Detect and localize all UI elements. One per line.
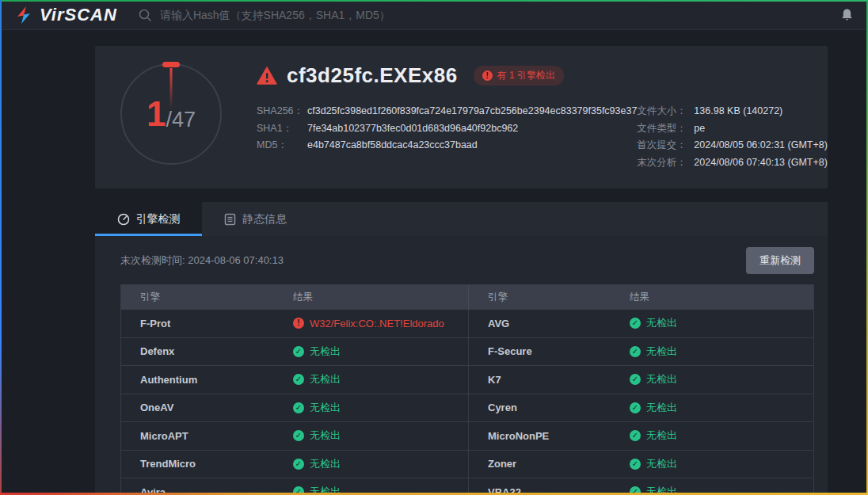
page-content: 1 /47 cf3d25fc.EXEx86 ! 有 1 引擎检出 — [0, 30, 868, 495]
tab-engine-detection[interactable]: 引擎检测 — [95, 202, 202, 236]
engine-name: Cyren — [468, 394, 611, 422]
scan-result: 无检出 — [611, 345, 813, 359]
info-value: pe — [694, 120, 705, 138]
hash-row-sha1: SHA1： 7fe34ab102377b3fec0d01d683d96a40f9… — [257, 120, 637, 138]
search-input[interactable] — [160, 9, 493, 21]
engine-name: MicroNonPE — [468, 422, 611, 450]
info-value: 2024/08/06 07:40:13 (GMT+8) — [694, 154, 828, 172]
bell-icon[interactable] — [840, 8, 854, 22]
brand-logo[interactable]: VirSCAN — [14, 5, 117, 25]
rescan-button[interactable]: 重新检测 — [746, 247, 814, 274]
engine-name: MicroAPT — [121, 430, 274, 442]
file-summary-main: cf3d25fc.EXEx86 ! 有 1 引擎检出 SHA256： cf3d2… — [257, 60, 857, 171]
result-text: 无检出 — [310, 457, 341, 471]
table-row: Authentium 无检出 K7 无检出 — [121, 366, 813, 394]
exclamation-circle-icon: ! — [482, 70, 493, 81]
detection-badge-text: 有 1 引擎检出 — [497, 69, 555, 82]
info-value: 136.98 KB (140272) — [694, 103, 782, 120]
scan-result: 无检出 — [274, 457, 468, 471]
engine-name: F-Secure — [468, 338, 611, 366]
info-label: 首次提交： — [637, 137, 694, 154]
table-header: 引擎 结果 引擎 结果 — [121, 285, 813, 310]
engine-name: OneAV — [121, 402, 274, 413]
frame-border-left — [0, 0, 2, 495]
file-summary-card: 1 /47 cf3d25fc.EXEx86 ! 有 1 引擎检出 — [95, 46, 828, 188]
col-header-engine: 引擎 — [468, 285, 611, 310]
result-text: 无检出 — [646, 345, 677, 359]
col-header-result: 结果 — [611, 291, 813, 304]
lightning-bolt-icon — [14, 6, 33, 25]
hash-label: SHA1： — [257, 120, 307, 138]
status-icon — [630, 318, 641, 329]
tab-bar: 引擎检测 静态信息 — [95, 202, 828, 236]
result-text: 无检出 — [646, 428, 677, 443]
hash-value: 7fe34ab102377b3fec0d01d683d96a40f92bc962 — [307, 120, 518, 138]
info-label: 末次分析： — [637, 154, 694, 172]
engine-total: /47 — [166, 109, 196, 131]
status-icon — [293, 346, 304, 357]
status-icon — [293, 459, 304, 470]
table-row: F-Prot W32/Felix:CO:.NET!Eldorado AVG 无检… — [121, 310, 813, 338]
status-icon — [630, 459, 641, 470]
info-label: 文件类型： — [637, 120, 694, 138]
scan-result: 无检出 — [611, 428, 813, 443]
hash-row-sha256: SHA256： cf3d25fc398ed1f260f839fca724e179… — [257, 103, 637, 120]
file-info-list: 文件大小： 136.98 KB (140272) 文件类型： pe 首次提交： … — [637, 103, 857, 171]
col-header-engine: 引擎 — [121, 291, 274, 304]
engine-name: Defenx — [121, 345, 274, 357]
engine-name: F-Prot — [121, 318, 274, 329]
hash-label: MD5： — [257, 137, 307, 154]
scan-result: 无检出 — [611, 316, 813, 330]
engine-results-panel: 末次检测时间: 2024-08-06 07:40:13 重新检测 引擎 结果 引… — [95, 236, 828, 495]
result-text: 无检出 — [310, 372, 341, 386]
tab-label: 静态信息 — [242, 212, 287, 227]
engine-name: AVG — [468, 310, 611, 337]
file-title-row: cf3d25fc.EXEx86 ! 有 1 引擎检出 — [257, 63, 857, 88]
hash-row-md5: MD5： e4b7487ca8bf58ddcac4a23ccc37baad — [257, 137, 637, 154]
engine-results-table: 引擎 结果 引擎 结果 F-Prot W32/Felix:CO:.NET!Eld… — [120, 284, 814, 495]
result-text: 无检出 — [646, 401, 677, 415]
scan-result: 无检出 — [274, 345, 468, 359]
result-text: 无检出 — [310, 428, 341, 443]
detection-badge: ! 有 1 引擎检出 — [474, 66, 564, 86]
tab-label: 引擎检测 — [136, 212, 181, 227]
scan-result: 无检出 — [611, 372, 813, 386]
info-value: 2024/08/05 06:02:31 (GMT+8) — [694, 137, 828, 154]
scan-result: 无检出 — [611, 401, 813, 415]
status-icon — [293, 402, 304, 413]
engine-name: Authentium — [121, 374, 274, 386]
info-row-filesize: 文件大小： 136.98 KB (140272) — [637, 103, 857, 120]
status-icon — [293, 318, 304, 329]
table-row: MicroAPT 无检出 MicroNonPE 无检出 — [121, 422, 813, 451]
scan-result: W32/Felix:CO:.NET!Eldorado — [274, 318, 468, 329]
table-row: TrendMicro 无检出 Zoner 无检出 — [121, 451, 813, 479]
engine-name: Zoner — [468, 451, 611, 478]
status-icon — [630, 374, 641, 385]
file-name-title: cf3d25fc.EXEx86 — [287, 63, 458, 88]
hash-list: SHA256： cf3d25fc398ed1f260f839fca724e179… — [257, 103, 637, 171]
warning-triangle-icon — [257, 67, 277, 85]
file-meta-row: SHA256： cf3d25fc398ed1f260f839fca724e179… — [257, 103, 857, 171]
hash-value: cf3d25fc398ed1f260f839fca724e17979a7cb25… — [307, 103, 637, 120]
scan-result: 无检出 — [274, 372, 468, 386]
engine-name: TrendMicro — [121, 458, 274, 470]
frame-border-top — [0, 0, 868, 2]
search-icon — [138, 8, 152, 22]
scan-result: 无检出 — [274, 401, 468, 415]
engine-name: K7 — [468, 366, 611, 394]
result-text: W32/Felix:CO:.NET!Eldorado — [310, 318, 444, 329]
tab-static-info[interactable]: 静态信息 — [202, 202, 309, 236]
result-text: 无检出 — [646, 457, 677, 471]
panel-meta-row: 末次检测时间: 2024-08-06 07:40:13 重新检测 — [120, 236, 814, 284]
last-scan-time: 末次检测时间: 2024-08-06 07:40:13 — [120, 253, 284, 268]
detected-count: 1 — [147, 97, 166, 131]
result-text: 无检出 — [310, 401, 341, 415]
document-icon — [224, 213, 236, 226]
detection-gauge: 1 /47 — [120, 63, 222, 165]
status-icon — [293, 430, 304, 441]
table-row: Defenx 无检出 F-Secure 无检出 — [121, 338, 813, 367]
col-header-result: 结果 — [274, 291, 468, 304]
status-icon — [293, 374, 304, 385]
hash-search — [138, 8, 840, 22]
result-text: 无检出 — [646, 372, 677, 386]
